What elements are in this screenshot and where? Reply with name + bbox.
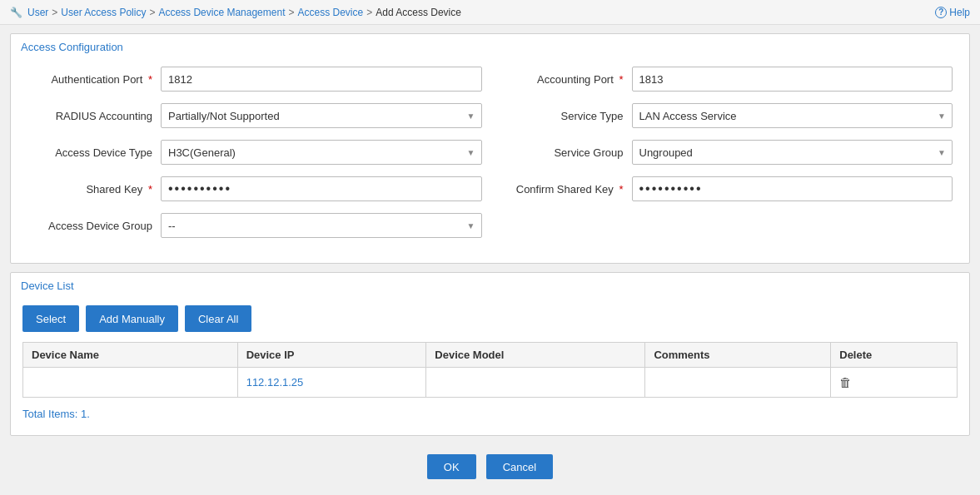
service-type-group: Service Type LAN Access Service ▼ bbox=[499, 103, 953, 128]
breadcrumb-current: Add Access Device bbox=[376, 7, 461, 18]
cell-device-model bbox=[426, 368, 645, 398]
shared-key-input[interactable] bbox=[161, 176, 482, 201]
shared-key-group: Shared Key * bbox=[27, 176, 482, 201]
col-device-model: Device Model bbox=[426, 343, 645, 368]
form-row-radius-service: RADIUS Accounting Partially/Not Supporte… bbox=[27, 103, 953, 128]
radius-group: RADIUS Accounting Partially/Not Supporte… bbox=[27, 103, 482, 128]
device-group-group: Access Device Group -- ▼ bbox=[27, 213, 482, 238]
form-row-device-group: Access Device Group -- ▼ bbox=[27, 213, 953, 238]
confirm-key-label: Confirm Shared Key * bbox=[499, 183, 632, 196]
confirm-key-input[interactable] bbox=[632, 176, 953, 201]
breadcrumb-access-device[interactable]: Access Device bbox=[298, 7, 364, 18]
total-items: Total Items: 1. bbox=[22, 404, 958, 423]
col-delete: Delete bbox=[831, 343, 958, 368]
accounting-port-label: Accounting Port * bbox=[499, 73, 632, 86]
col-device-name: Device Name bbox=[23, 343, 238, 368]
form-row-device-type-service: Access Device Type H3C(General) ▼ Servic… bbox=[27, 140, 953, 165]
table-row: 112.12.1.25 🗑 bbox=[23, 368, 958, 398]
service-type-select-wrapper: LAN Access Service ▼ bbox=[632, 103, 953, 128]
access-config-form: Authentication Port * Accounting Port * … bbox=[11, 58, 969, 263]
device-type-group: Access Device Type H3C(General) ▼ bbox=[27, 140, 482, 165]
cancel-button[interactable]: Cancel bbox=[486, 454, 553, 479]
access-config-title: Access Configuration bbox=[11, 34, 969, 58]
device-table-header: Device Name Device IP Device Model Comme… bbox=[23, 343, 958, 368]
radius-select-wrapper: Partially/Not Supported ▼ bbox=[161, 103, 482, 128]
auth-port-label: Authentication Port * bbox=[27, 73, 161, 86]
cell-delete[interactable]: 🗑 bbox=[831, 368, 958, 398]
device-table: Device Name Device IP Device Model Comme… bbox=[22, 342, 958, 398]
cell-comments bbox=[645, 368, 831, 398]
radius-select[interactable]: Partially/Not Supported bbox=[161, 103, 482, 128]
ok-button[interactable]: OK bbox=[427, 454, 476, 479]
device-list-title: Device List bbox=[11, 273, 969, 297]
help-icon: ? bbox=[935, 7, 947, 18]
service-group-group: Service Group Ungrouped ▼ bbox=[499, 140, 953, 165]
auth-port-group: Authentication Port * bbox=[27, 67, 482, 92]
device-table-header-row: Device Name Device IP Device Model Comme… bbox=[23, 343, 958, 368]
breadcrumb: 🔧 User > User Access Policy > Access Dev… bbox=[10, 7, 461, 18]
accounting-port-group: Accounting Port * bbox=[499, 67, 953, 92]
device-group-select-wrapper: -- ▼ bbox=[161, 213, 482, 238]
cell-device-ip: 112.12.1.25 bbox=[237, 368, 426, 398]
cell-device-name bbox=[23, 368, 238, 398]
shared-key-label: Shared Key * bbox=[27, 183, 161, 196]
auth-port-input[interactable] bbox=[161, 67, 482, 92]
form-row-keys: Shared Key * Confirm Shared Key * bbox=[27, 176, 953, 201]
breadcrumb-bar: 🔧 User > User Access Policy > Access Dev… bbox=[0, 0, 980, 25]
service-type-label: Service Type bbox=[499, 110, 632, 122]
clear-all-button[interactable]: Clear All bbox=[185, 305, 251, 332]
device-type-label: Access Device Type bbox=[27, 146, 161, 159]
form-row-ports: Authentication Port * Accounting Port * bbox=[27, 67, 953, 92]
help-label: Help bbox=[949, 7, 970, 18]
col-comments: Comments bbox=[645, 343, 831, 368]
device-list-panel: Device List Select Add Manually Clear Al… bbox=[10, 272, 970, 436]
breadcrumb-user-access-policy[interactable]: User Access Policy bbox=[61, 7, 146, 18]
device-type-select[interactable]: H3C(General) bbox=[161, 140, 482, 165]
service-group-select[interactable]: Ungrouped bbox=[632, 140, 953, 165]
breadcrumb-access-device-mgmt[interactable]: Access Device Management bbox=[158, 7, 285, 18]
device-list-btn-group: Select Add Manually Clear All bbox=[22, 305, 958, 332]
radius-label: RADIUS Accounting bbox=[27, 110, 161, 122]
confirm-key-group: Confirm Shared Key * bbox=[499, 176, 953, 201]
main-content: Access Configuration Authentication Port… bbox=[0, 25, 980, 495]
access-config-panel: Access Configuration Authentication Port… bbox=[10, 33, 970, 264]
accounting-port-input[interactable] bbox=[632, 67, 953, 92]
device-group-label: Access Device Group bbox=[27, 220, 161, 232]
service-type-select[interactable]: LAN Access Service bbox=[632, 103, 953, 128]
add-manually-button[interactable]: Add Manually bbox=[86, 305, 178, 332]
footer: OK Cancel bbox=[10, 444, 970, 488]
help-link[interactable]: ? Help bbox=[935, 7, 970, 18]
device-group-select[interactable]: -- bbox=[161, 213, 482, 238]
device-table-body: 112.12.1.25 🗑 bbox=[23, 368, 958, 398]
device-type-select-wrapper: H3C(General) ▼ bbox=[161, 140, 482, 165]
device-list-section: Select Add Manually Clear All Device Nam… bbox=[11, 297, 969, 435]
service-group-select-wrapper: Ungrouped ▼ bbox=[632, 140, 953, 165]
service-group-label: Service Group bbox=[499, 146, 632, 159]
col-device-ip: Device IP bbox=[237, 343, 426, 368]
delete-icon[interactable]: 🗑 bbox=[839, 375, 852, 389]
breadcrumb-icon: 🔧 bbox=[10, 7, 22, 18]
breadcrumb-user[interactable]: User bbox=[27, 7, 48, 18]
select-button[interactable]: Select bbox=[22, 305, 79, 332]
